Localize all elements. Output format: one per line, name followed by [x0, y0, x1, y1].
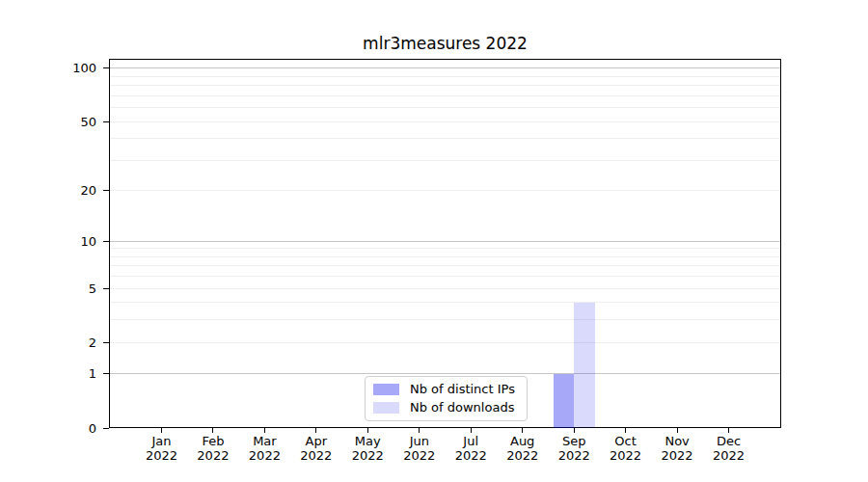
- y-tick: [103, 342, 109, 343]
- y-tick: [103, 241, 109, 242]
- x-tick-month-label: Jun: [393, 434, 447, 448]
- y-tick: [103, 67, 109, 68]
- x-tick-year-label: 2022: [289, 448, 343, 463]
- y-gridline-major: [110, 67, 780, 68]
- x-tick-year-label: 2022: [702, 448, 756, 463]
- x-tick: [522, 428, 523, 433]
- x-tick-year-label: 2022: [135, 448, 189, 463]
- x-tick-year-label: 2022: [650, 448, 704, 463]
- x-tick: [728, 428, 729, 433]
- y-gridline-minor: [110, 107, 780, 108]
- y-tick: [103, 121, 109, 122]
- x-tick-month-label: Jul: [444, 434, 498, 448]
- y-tick: [103, 190, 109, 191]
- y-gridline-minor: [110, 288, 780, 289]
- legend-label: Nb of downloads: [410, 401, 514, 415]
- x-tick: [677, 428, 678, 433]
- x-tick: [264, 428, 265, 433]
- bar-nb-of-downloads: [574, 303, 594, 428]
- legend: Nb of distinct IPs Nb of downloads: [365, 376, 528, 421]
- x-tick: [212, 428, 213, 433]
- y-tick-label: 2: [50, 335, 96, 350]
- x-tick-year-label: 2022: [237, 448, 291, 463]
- chart-title: mlr3measures 2022: [109, 34, 781, 53]
- x-tick-month-label: Jan: [135, 434, 189, 448]
- y-tick-label: 0: [50, 421, 96, 436]
- x-tick-month-label: Aug: [496, 434, 550, 448]
- legend-swatch-downloads: [373, 402, 399, 414]
- y-tick-label: 50: [50, 115, 96, 129]
- x-tick-year-label: 2022: [340, 448, 394, 463]
- legend-item: Nb of distinct IPs: [373, 383, 519, 396]
- y-gridline-minor: [110, 265, 780, 266]
- y-gridline-minor: [110, 319, 780, 320]
- y-tick-label: 20: [50, 183, 96, 198]
- x-tick-month-label: Feb: [186, 434, 240, 448]
- x-tick: [367, 428, 368, 433]
- x-tick-month-label: Mar: [237, 434, 291, 448]
- x-tick-month-label: Dec: [702, 434, 756, 448]
- y-tick: [103, 288, 109, 289]
- x-tick-year-label: 2022: [599, 448, 653, 463]
- y-gridline-minor: [110, 342, 780, 343]
- chart: mlr3measures 2022 Nb of distinct IPs Nb …: [0, 0, 868, 482]
- y-tick-label: 10: [50, 234, 96, 249]
- x-tick-year-label: 2022: [496, 448, 550, 463]
- x-tick-year-label: 2022: [186, 448, 240, 463]
- x-tick-month-label: Apr: [289, 434, 343, 448]
- y-gridline-minor: [110, 248, 780, 249]
- x-tick-month-label: Nov: [650, 434, 704, 448]
- x-tick-year-label: 2022: [547, 448, 601, 463]
- x-tick: [161, 428, 162, 433]
- legend-swatch-distinct-ips: [373, 384, 399, 395]
- x-tick-month-label: May: [340, 434, 394, 448]
- x-tick: [419, 428, 420, 433]
- x-tick-year-label: 2022: [393, 448, 447, 463]
- y-gridline-minor: [110, 85, 780, 86]
- y-tick: [103, 428, 109, 429]
- x-tick-month-label: Sep: [547, 434, 601, 448]
- legend-label: Nb of distinct IPs: [410, 383, 515, 396]
- x-tick-year-label: 2022: [444, 448, 498, 463]
- y-gridline-minor: [110, 190, 780, 191]
- y-gridline-minor: [110, 302, 780, 303]
- x-tick: [574, 428, 575, 433]
- y-gridline-minor: [110, 95, 780, 96]
- y-tick-label: 5: [50, 281, 96, 296]
- y-gridline-major: [110, 373, 780, 374]
- y-gridline-minor: [110, 256, 780, 257]
- x-tick-month-label: Oct: [599, 434, 653, 448]
- y-gridline-minor: [110, 276, 780, 277]
- y-tick-label: 1: [50, 366, 96, 381]
- y-gridline-minor: [110, 160, 780, 161]
- y-tick: [103, 373, 109, 374]
- y-gridline-major: [110, 241, 780, 242]
- x-tick: [471, 428, 472, 433]
- x-tick: [625, 428, 626, 433]
- y-gridline-minor: [110, 76, 780, 77]
- legend-item: Nb of downloads: [373, 401, 519, 415]
- x-tick: [315, 428, 316, 433]
- y-gridline-minor: [110, 121, 780, 122]
- bar-nb-of-distinct-ips: [554, 374, 574, 428]
- y-tick-label: 100: [50, 61, 96, 75]
- y-gridline-minor: [110, 138, 780, 139]
